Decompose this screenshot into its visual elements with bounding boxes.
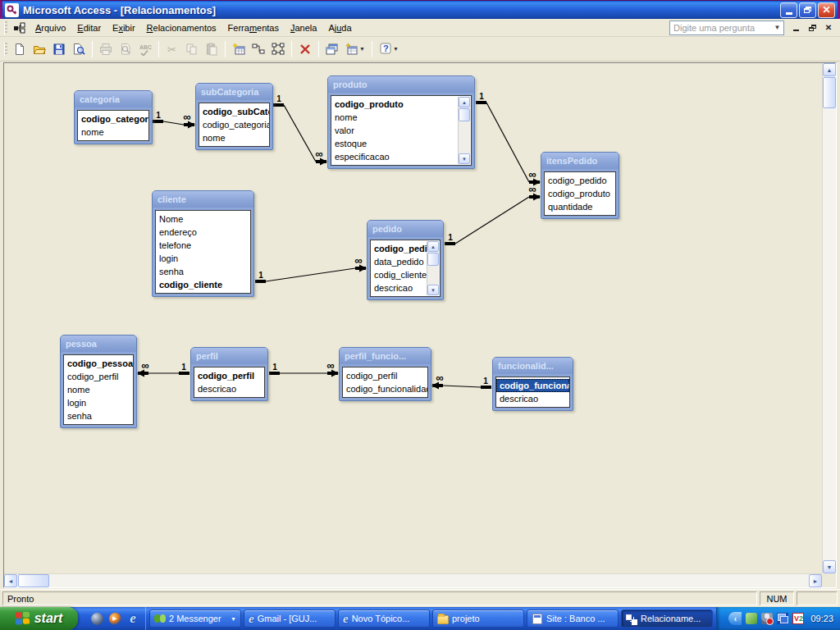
- copy-button[interactable]: [182, 39, 202, 59]
- table-funcionalidade[interactable]: funcionalid...codigo_funcionalidadedescr…: [492, 357, 573, 411]
- horizontal-scrollbar[interactable]: ◄ ►: [4, 573, 822, 587]
- field-categoria-nome[interactable]: nome: [78, 126, 148, 139]
- table-itensPedido[interactable]: itensPedidocodigo_pedidocodigo_produtoqu…: [541, 152, 619, 219]
- minimize-button[interactable]: [780, 2, 797, 18]
- scroll-right-button[interactable]: ►: [809, 574, 822, 587]
- table-title-perfil_funcionalidade[interactable]: perfil_funcio...: [340, 348, 431, 364]
- delete-button[interactable]: [295, 39, 315, 59]
- field-produto-estoque[interactable]: estoque: [331, 137, 471, 150]
- relationships-canvas[interactable]: 1∞1∞1∞1∞1∞1∞1∞1∞ categoriacodigo_categor…: [4, 63, 822, 573]
- field-categoria-codigo_categoria[interactable]: codigo_categoria: [78, 112, 148, 126]
- task-button-2-messenger[interactable]: 2 Messenger▼: [149, 609, 241, 628]
- inner-scroll-thumb[interactable]: [427, 253, 439, 266]
- table-title-funcionalidade[interactable]: funcionalid...: [493, 358, 573, 374]
- new-object-button[interactable]: ▼: [342, 39, 368, 59]
- restore-button[interactable]: [799, 2, 816, 18]
- table-pessoa[interactable]: pessoacodigo_pessoacodigo_perfilnomelogi…: [60, 335, 137, 428]
- relationships-child-icon[interactable]: [13, 22, 26, 34]
- table-produto[interactable]: produtocodigo_produtonomevalorestoqueesp…: [327, 75, 475, 169]
- print-button[interactable]: [96, 39, 116, 59]
- help-button[interactable]: ?▼: [376, 39, 402, 59]
- field-pessoa-login[interactable]: login: [64, 396, 133, 409]
- task-button-projeto[interactable]: projeto: [432, 609, 524, 628]
- task-dropdown-icon[interactable]: ▼: [231, 616, 236, 622]
- vertical-scroll-thumb[interactable]: [823, 77, 836, 108]
- vertical-scrollbar[interactable]: ▲ ▼: [822, 63, 836, 573]
- field-produto-codigo_produto[interactable]: codigo_produto: [331, 98, 471, 111]
- table-subCategoria[interactable]: subCategoriacodigo_subCategoriacodigo_ca…: [195, 83, 273, 150]
- tray-messenger-status-icon[interactable]: [761, 613, 773, 624]
- table-cliente[interactable]: clienteNomeendereçotelefoneloginsenhacod…: [152, 190, 254, 297]
- field-produto-especificacao[interactable]: especificacao: [331, 150, 471, 163]
- field-cliente-senha[interactable]: senha: [156, 265, 250, 278]
- show-table-button[interactable]: [229, 39, 249, 59]
- toolbar-drag-handle[interactable]: [4, 43, 7, 56]
- taskbar-clock[interactable]: 09:23: [810, 614, 833, 623]
- field-produto-nome[interactable]: nome: [331, 111, 471, 124]
- field-itensPedido-codigo_pedido[interactable]: codigo_pedido: [545, 174, 615, 187]
- task-button-gmail-guj[interactable]: eGmail - [GUJ...: [244, 609, 336, 628]
- table-title-cliente[interactable]: cliente: [153, 191, 253, 208]
- table-inner-scrollbar[interactable]: ▲▼: [458, 97, 470, 164]
- field-itensPedido-quantidade[interactable]: quantidade: [545, 200, 615, 213]
- file-search-button[interactable]: [69, 39, 89, 59]
- table-perfil[interactable]: perfilcodigo_perfildescricao: [190, 347, 268, 401]
- menu-janela[interactable]: Janela: [285, 21, 322, 35]
- child-restore-button[interactable]: [806, 22, 819, 34]
- field-cliente-codigo_cliente[interactable]: codigo_cliente: [156, 278, 250, 291]
- field-perfil_funcionalidade-codigo_funcionalidade[interactable]: codigo_funcionalidade: [343, 382, 427, 395]
- field-perfil_funcionalidade-codigo_perfil[interactable]: codigo_perfil: [343, 369, 427, 382]
- inner-scroll-down-icon[interactable]: ▼: [427, 285, 439, 295]
- field-cliente-Nome[interactable]: Nome: [156, 212, 250, 226]
- table-inner-scrollbar[interactable]: ▲▼: [427, 241, 439, 295]
- table-title-itensPedido[interactable]: itensPedido: [541, 153, 619, 169]
- tray-green-utility-icon[interactable]: [746, 613, 757, 624]
- field-perfil-descricao[interactable]: descricao: [194, 382, 264, 395]
- horizontal-scroll-thumb[interactable]: [18, 574, 49, 587]
- cut-button[interactable]: ✂: [162, 39, 182, 59]
- menu-exibir[interactable]: Exibir: [107, 21, 141, 35]
- print-preview-button[interactable]: [116, 39, 135, 59]
- spelling-button[interactable]: ABC: [135, 39, 155, 59]
- field-subCategoria-codigo_subCategoria[interactable]: codigo_subCategoria: [199, 105, 269, 118]
- inner-scroll-up-icon[interactable]: ▲: [459, 97, 470, 107]
- quicklaunch-media-player-icon[interactable]: ▶: [107, 611, 122, 626]
- child-close-button[interactable]: ✕: [822, 22, 835, 34]
- menu-arquivo[interactable]: Arquivo: [30, 21, 71, 35]
- scroll-left-button[interactable]: ◄: [4, 574, 17, 587]
- field-itensPedido-codigo_produto[interactable]: codigo_produto: [545, 187, 615, 200]
- save-button[interactable]: [49, 39, 69, 59]
- all-relationships-button[interactable]: [268, 39, 288, 59]
- field-funcionalidade-codigo_funcionalidade[interactable]: codigo_funcionalidade: [496, 379, 569, 392]
- table-title-pedido[interactable]: pedido: [368, 221, 443, 237]
- direct-relationships-button[interactable]: [249, 39, 268, 59]
- field-cliente-telefone[interactable]: telefone: [156, 239, 250, 252]
- table-title-pessoa[interactable]: pessoa: [61, 336, 136, 352]
- task-button-relacioname[interactable]: Relacioname...: [621, 609, 713, 628]
- table-title-subCategoria[interactable]: subCategoria: [196, 84, 272, 100]
- tray-antivirus-v2-icon[interactable]: V2: [792, 613, 804, 624]
- field-cliente-endere_o[interactable]: endereço: [156, 226, 250, 239]
- field-pessoa-nome[interactable]: nome: [64, 383, 133, 396]
- scroll-down-button[interactable]: ▼: [823, 560, 836, 573]
- ask-dropdown-icon[interactable]: ▼: [771, 21, 783, 34]
- task-button-novo-t-pico[interactable]: eNovo Tópico...: [338, 609, 430, 628]
- paste-button[interactable]: [202, 39, 221, 59]
- table-perfil_funcionalidade[interactable]: perfil_funcio...codigo_perfilcodigo_func…: [339, 347, 431, 401]
- quicklaunch-browser-globe-icon[interactable]: [89, 611, 104, 626]
- database-window-button[interactable]: [322, 39, 342, 59]
- quicklaunch-internet-explorer-icon[interactable]: e: [126, 611, 140, 626]
- inner-scroll-thumb[interactable]: [459, 108, 470, 121]
- table-title-categoria[interactable]: categoria: [75, 91, 152, 107]
- inner-scroll-down-icon[interactable]: ▼: [459, 153, 470, 164]
- task-button-site-banco[interactable]: Site : Banco ...: [527, 609, 619, 628]
- field-pessoa-codigo_pessoa[interactable]: codigo_pessoa: [64, 357, 133, 370]
- hide-icons-chevron[interactable]: ‹: [728, 612, 742, 625]
- access-app-icon[interactable]: [5, 3, 19, 17]
- field-funcionalidade-descricao[interactable]: descricao: [496, 392, 569, 405]
- open-button[interactable]: [30, 39, 49, 59]
- field-subCategoria-codigo_categoria[interactable]: codigo_categoria: [199, 118, 269, 131]
- close-button[interactable]: ✕: [818, 2, 835, 18]
- field-pessoa-codigo_perfil[interactable]: codigo_perfil: [64, 370, 133, 383]
- table-pedido[interactable]: pedidocodigo_pedidodata_pedidocodig_clie…: [367, 220, 444, 300]
